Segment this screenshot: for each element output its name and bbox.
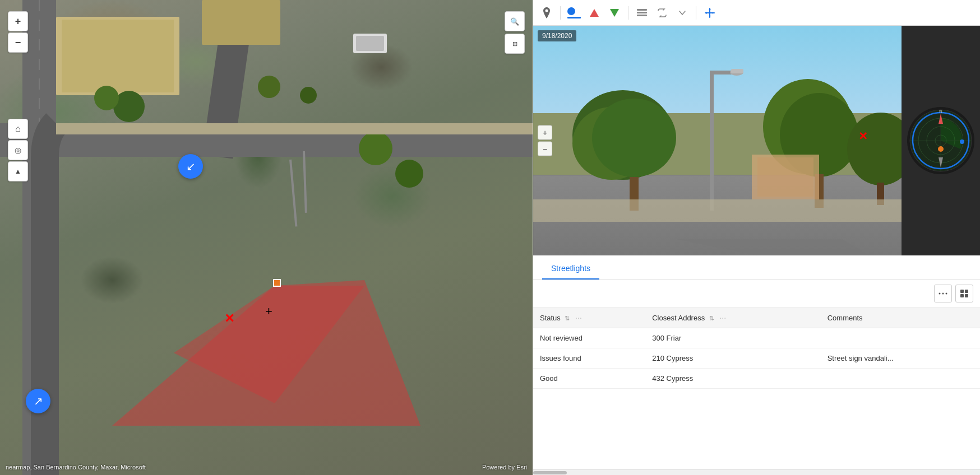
triangle-red-icon[interactable]: [586, 5, 602, 21]
map-controls-mid: ⌂ ◎ ▲: [8, 90, 28, 181]
svg-rect-10: [356, 36, 384, 51]
zoom-in-button[interactable]: +: [8, 11, 28, 31]
sv-scene: [533, 26, 902, 255]
sv-zoom-in[interactable]: +: [538, 125, 552, 140]
layers-icon[interactable]: [634, 5, 650, 21]
svg-rect-7: [62, 20, 174, 92]
crosshair: +: [265, 305, 272, 318]
svg-point-14: [395, 160, 423, 188]
svg-rect-59: [965, 290, 968, 293]
svg-point-16: [300, 87, 317, 104]
street-view-image: 9/18/2020 ✕: [533, 26, 902, 255]
table-grid-button[interactable]: [955, 285, 973, 302]
svg-point-28: [592, 99, 676, 177]
row-1-status: Not reviewed: [533, 328, 645, 348]
table-scrollbar[interactable]: [533, 469, 980, 475]
toolbar-sep-1: [560, 6, 561, 20]
arrows-icon[interactable]: [654, 5, 670, 21]
triangle-green-icon[interactable]: [607, 5, 622, 21]
data-table: Status ⇅ ··· Closest Address ⇅ ··· Comme…: [533, 308, 980, 389]
svg-rect-19: [303, 151, 307, 213]
row-3-status: Good: [533, 369, 645, 389]
svg-rect-42: [757, 157, 813, 197]
row-3-address: 432 Cypress: [645, 369, 820, 389]
table-header-row: Status ⇅ ··· Closest Address ⇅ ··· Comme…: [533, 308, 980, 328]
table-area: Status ⇅ ··· Closest Address ⇅ ··· Comme…: [533, 280, 980, 475]
red-x-map: ✕: [224, 313, 234, 325]
svg-marker-39: [673, 239, 870, 255]
chevron-down-icon[interactable]: [674, 5, 690, 21]
svg-rect-38: [731, 69, 743, 73]
sv-zoom-controls: + −: [538, 125, 552, 156]
compass-button[interactable]: ▲: [8, 161, 28, 181]
row-1-comments: [821, 328, 980, 348]
svg-rect-35: [710, 71, 714, 211]
row-2-status: Issues found: [533, 348, 645, 369]
svg-rect-58: [960, 290, 964, 293]
sv-red-x: ✕: [858, 129, 868, 143]
nav-arrow-lower-left[interactable]: ↗: [26, 389, 50, 413]
svg-rect-40: [533, 199, 902, 222]
table-more-button[interactable]: [934, 285, 952, 302]
tab-streetlights[interactable]: Streetlights: [542, 258, 599, 280]
home-button[interactable]: ⌂: [8, 119, 28, 139]
locate-button[interactable]: ◎: [8, 140, 28, 160]
svg-rect-8: [202, 0, 280, 45]
row-2-address: 210 Cypress: [645, 348, 820, 369]
map-overlay: [0, 0, 533, 475]
status-more-icon[interactable]: ···: [575, 313, 582, 322]
col-address: Closest Address ⇅ ···: [645, 308, 820, 328]
address-sort-icon[interactable]: ⇅: [709, 315, 714, 322]
address-more-icon[interactable]: ···: [719, 313, 726, 322]
map-attribution-right: Powered by Esri: [482, 464, 527, 471]
svg-point-50: [938, 146, 944, 152]
table-row[interactable]: Good 432 Cypress: [533, 369, 980, 389]
map-controls-left: + −: [8, 11, 28, 53]
svg-text:N: N: [939, 109, 942, 114]
svg-rect-61: [965, 294, 968, 297]
svg-rect-17: [56, 123, 533, 134]
svg-point-51: [960, 139, 964, 144]
map-attribution-left: nearmap, San Bernardino County, Maxar, M…: [6, 464, 146, 471]
toolbar: [533, 0, 980, 26]
map-controls-right: 🔍 ⊞: [505, 11, 525, 54]
svg-marker-21: [590, 9, 599, 17]
table-row[interactable]: Issues found 210 Cypress Street sign van…: [533, 348, 980, 369]
svg-point-57: [946, 293, 947, 295]
svg-point-55: [939, 293, 941, 295]
svg-rect-23: [637, 9, 647, 11]
sv-zoom-out[interactable]: −: [538, 142, 552, 156]
toolbar-sep-2: [628, 6, 628, 20]
status-sort-icon[interactable]: ⇅: [565, 315, 570, 322]
col-status: Status ⇅ ···: [533, 308, 645, 328]
svg-rect-25: [637, 15, 647, 16]
row-2-comments: Street sign vandali...: [821, 348, 980, 369]
svg-marker-22: [610, 9, 619, 17]
table-toolbar: [533, 280, 980, 308]
map-panel: ↗ ↙ ✕ + + − ⌂ ◎ ▲ 🔍 ⊞ nearmap, San Berna…: [0, 0, 533, 475]
search-button[interactable]: 🔍: [505, 11, 525, 31]
col-comments: Comments: [821, 308, 980, 328]
street-view: + −: [533, 26, 980, 255]
svg-point-15: [258, 76, 280, 98]
row-1-address: 300 Friar: [645, 328, 820, 348]
svg-rect-18: [289, 160, 297, 227]
table-row[interactable]: Not reviewed 300 Friar: [533, 328, 980, 348]
row-3-comments: [821, 369, 980, 389]
orange-marker[interactable]: [273, 279, 281, 287]
qr-button[interactable]: ⊞: [505, 34, 525, 54]
svg-point-20: [546, 9, 548, 12]
table-scroll-thumb[interactable]: [533, 471, 567, 474]
nav-arrow-center[interactable]: ↙: [178, 154, 203, 179]
move-icon[interactable]: [702, 5, 718, 21]
circle-blue-icon[interactable]: [566, 5, 582, 21]
zoom-out-button[interactable]: −: [8, 32, 28, 53]
sv-compass: N: [902, 26, 980, 255]
svg-rect-60: [960, 294, 964, 297]
compass-outer: N: [907, 107, 974, 174]
svg-point-12: [94, 86, 119, 110]
toolbar-sep-3: [696, 6, 696, 20]
right-panel: + −: [533, 0, 980, 475]
pin-icon[interactable]: [539, 5, 554, 21]
tab-area: Streetlights: [533, 255, 980, 280]
